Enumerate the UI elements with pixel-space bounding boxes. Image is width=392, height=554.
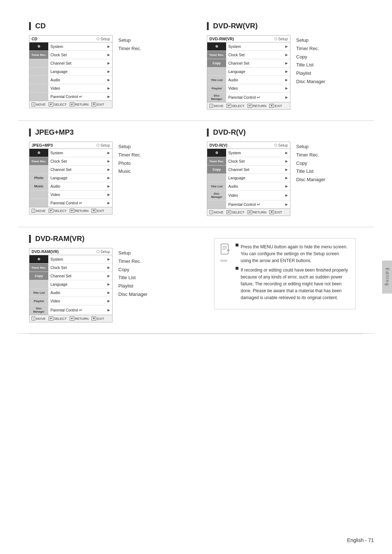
- menu-row: Language▶: [29, 280, 112, 289]
- jpeg-exit-icon: ✕: [91, 209, 96, 213]
- cd-select-icon: ↵: [49, 102, 53, 106]
- menu-row: Playlist Video▶: [207, 84, 290, 93]
- menu-row: Channel Set▶: [29, 59, 112, 68]
- cd-row3-main: Channel Set▶: [48, 59, 112, 67]
- jpeg-mp3-title-bar: [29, 129, 31, 137]
- dvd-ram-item-4: Playlist: [118, 282, 147, 290]
- menu-row: Parental Control ↵▶: [207, 200, 290, 208]
- jpeg-item-0: Setup: [118, 143, 141, 151]
- cd-menu-header: CD Setup: [29, 36, 112, 42]
- dvd-rw-row1-sidebar: ⚙: [207, 42, 226, 50]
- menu-row: Music Audio▶: [29, 182, 112, 191]
- cd-row5-sidebar: [29, 76, 48, 84]
- cd-exit-icon: ✕: [91, 102, 96, 106]
- jpeg-mp3-menu-box: JPEG+MP3 Setup ⚙ System▶ Timer Rec. Cloc…: [29, 142, 113, 215]
- cd-footer-select: ↵SELECT: [49, 102, 67, 106]
- dvd-ram-row1-sidebar: ⚙: [29, 255, 48, 263]
- dvd-r-row3-main: Channel Set▶: [226, 166, 290, 174]
- menu-row: Disc Manager Parental Control ↵▶: [207, 93, 290, 102]
- cd-item-0: Setup: [118, 37, 141, 44]
- jpeg-mp3-inner: JPEG+MP3 Setup ⚙ System▶ Timer Rec. Cloc…: [29, 142, 185, 215]
- dvd-r-v-menu-header: DVD-R(V) Setup: [207, 142, 290, 149]
- dvd-rw-item-2: Copy: [296, 53, 325, 61]
- page-content: CD CD Setup ⚙ System▶ Timer Re: [18, 15, 374, 334]
- dvd-rw-row4-sidebar: [207, 68, 226, 76]
- dvd-r-v-menu-box: DVD-R(V) Setup ⚙ System▶ Timer Rec. Cloc…: [207, 142, 290, 216]
- dvd-rw-select-icon: ↵: [226, 104, 231, 108]
- dvd-ram-return-icon: ↩: [70, 317, 74, 321]
- note-bullet-square-2: [236, 267, 238, 270]
- dvd-ram-item-5: Disc Manager: [118, 291, 147, 298]
- dvd-rw-vr-menu-header: DVD-RW(VR) Setup: [207, 36, 290, 42]
- menu-row: ⚙ System▶: [207, 149, 290, 157]
- cd-move-icon: ↕: [32, 102, 35, 106]
- cd-row2-sidebar: Timer Rec.: [29, 51, 48, 59]
- menu-row: ⚙ System▶: [29, 42, 112, 51]
- dvd-r-row7-main: Parental Control ↵▶: [226, 200, 290, 208]
- menu-row: Language▶: [29, 68, 112, 76]
- menu-row: Timer Rec. Clock Set▶: [29, 51, 112, 59]
- note-bullet-2: If recording or editing could have been …: [236, 267, 350, 302]
- dvd-r-row6-sidebar: Disc Manager: [207, 191, 226, 200]
- dvd-rw-row5-sidebar: Title List: [207, 76, 226, 84]
- dvd-rw-vr-title-bar: [207, 22, 209, 30]
- dvd-rw-vr-section: DVD-RW(VR) DVD-RW(VR) Setup ⚙ System▶: [196, 15, 374, 121]
- dvd-r-row4-sidebar: [207, 174, 226, 182]
- dvd-ram-item-1: Timer Rec.: [118, 258, 147, 265]
- jpeg-row4-main: Language▶: [48, 174, 112, 182]
- dvd-rw-row3-sidebar: Copy: [207, 59, 226, 67]
- jpeg-setup-icon: ⚙: [37, 151, 40, 155]
- dvd-rw-exit-icon: ✕: [269, 104, 274, 108]
- dvd-r-item-2: Copy: [296, 160, 325, 167]
- dvd-r-v-section: DVD-R(V) DVD-R(V) Setup ⚙ System▶: [196, 121, 374, 227]
- jpeg-return-icon: ↩: [70, 209, 74, 213]
- menu-row: Disc Manager Parental Control ↵▶: [29, 305, 112, 315]
- menu-row: ⚙ System▶: [207, 42, 290, 51]
- cd-row1-arrow: ▶: [107, 45, 110, 48]
- dvd-r-row3-sidebar: Copy: [207, 166, 226, 174]
- menu-row: Channel Set▶: [29, 166, 112, 174]
- dvd-rw-row6-sidebar: Playlist: [207, 84, 226, 92]
- jpeg-move-icon: ↕: [32, 209, 35, 213]
- cd-setup-link: Setup: [97, 37, 110, 41]
- dvd-ram-move-icon: ↕: [32, 317, 35, 321]
- note-label: Note: [220, 258, 230, 263]
- cd-row4-main: Language▶: [48, 68, 112, 76]
- dvd-rw-item-4: Playlist: [296, 70, 325, 77]
- menu-row: Video▶: [29, 84, 112, 93]
- dvd-rw-vr-setup-link: Setup: [274, 37, 288, 41]
- menu-row: Title List Audio▶: [207, 182, 290, 191]
- dvd-ram-row3-main: Channel Set▶: [48, 272, 112, 280]
- dvd-ram-row4-main: Language▶: [48, 280, 112, 288]
- dvd-rw-setup-icon: ⚙: [215, 45, 218, 48]
- jpeg-row6-sidebar: [29, 191, 48, 199]
- dvd-rw-vr-items-list: Setup Timer Rec. Copy Title List Playlis…: [296, 35, 325, 86]
- jpeg-item-3: Music: [118, 168, 141, 175]
- note-section: Note Press the MENU button again to hide…: [196, 227, 374, 334]
- dvd-ram-row6-sidebar: Playlist: [29, 297, 48, 305]
- cd-row1-sidebar: ⚙: [29, 42, 48, 50]
- jpeg-mp3-title: JPEG+MP3: [29, 128, 185, 137]
- menu-row: ⚙ System▶: [29, 149, 112, 157]
- cd-footer-return: ↩RETURN: [70, 102, 89, 106]
- dvd-r-row1-main: System▶: [226, 149, 290, 157]
- menu-row: Language▶: [207, 68, 290, 76]
- jpeg-mp3-menu-footer: ↕MOVE ↵SELECT ↩RETURN ✕EXIT: [29, 207, 112, 214]
- menu-row: ⚙ System▶: [29, 255, 112, 264]
- jpeg-item-1: Timer Rec.: [118, 151, 141, 159]
- menu-row: Copy Channel Set▶: [207, 59, 290, 68]
- svg-rect-0: [221, 244, 228, 254]
- jpeg-row1-main: System▶: [48, 149, 112, 157]
- dvd-rw-row5-main: Audio▶: [226, 76, 290, 84]
- dvd-ram-row7-sidebar: Disc Manager: [29, 305, 48, 315]
- menu-row: Photo Language▶: [29, 174, 112, 182]
- dvd-ram-item-2: Copy: [118, 266, 147, 274]
- dvd-rw-item-1: Timer Rec.: [296, 45, 325, 53]
- dvd-ram-exit-icon: ✕: [91, 317, 96, 321]
- dvd-ram-vr-inner: DVD-RAM(VR) Setup ⚙ System▶ Timer Rec. C…: [29, 248, 185, 322]
- dvd-r-v-items-list: Setup Timer Rec. Copy Title List Disc Ma…: [296, 142, 325, 184]
- dvd-r-item-0: Setup: [296, 143, 325, 151]
- dvd-r-item-3: Title List: [296, 168, 325, 175]
- dvd-rw-return-icon: ↩: [248, 104, 252, 108]
- dvd-ram-row1-main: System▶: [48, 255, 112, 263]
